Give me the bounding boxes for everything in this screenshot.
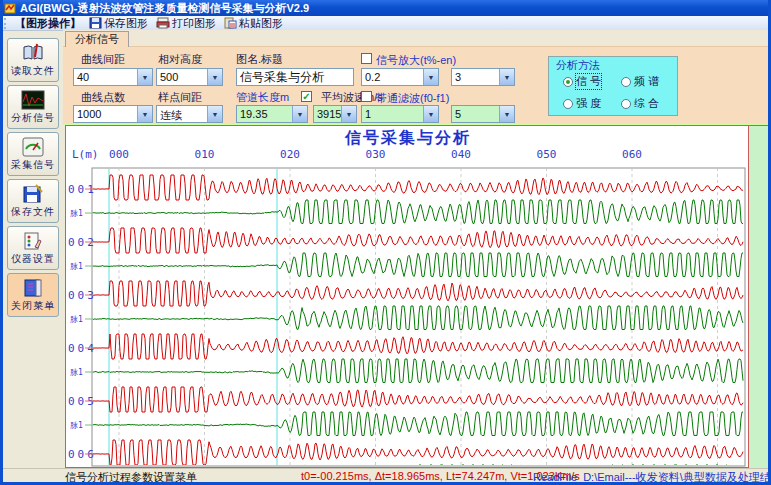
radio-icon	[621, 77, 631, 87]
sidebar-item-label: 读取文件	[11, 64, 55, 78]
window-title: AGI(BWG)-透射法波纹管注浆质量检测信号采集与分析V2.9	[20, 1, 309, 16]
sidebar-item-instrument-settings[interactable]: 仪器设置	[7, 226, 59, 270]
bandpass-f0-select[interactable]: 1 ▼	[361, 105, 439, 123]
svg-text:030: 030	[366, 148, 386, 161]
svg-text:000: 000	[109, 148, 129, 161]
pipe-length-checkbox[interactable]: ✓	[301, 91, 312, 102]
gauge-icon	[21, 137, 45, 157]
bandpass-label: 带通滤波(f0-f1)	[376, 91, 449, 106]
waveform-icon	[21, 90, 45, 110]
save-graphic-label: 保存图形	[104, 16, 148, 31]
method-radio-signal[interactable]: 信 号	[563, 74, 601, 89]
signal-gain-en-select[interactable]: 3 ▼	[451, 68, 515, 86]
svg-text:脉1: 脉1	[70, 421, 83, 430]
book-icon	[21, 43, 45, 63]
save-graphic-button[interactable]: 保存图形	[86, 16, 151, 30]
avg-velocity-label: 平均波速m/s	[321, 90, 383, 105]
print-graphic-label: 打印图形	[172, 16, 216, 31]
svg-text:脉1: 脉1	[70, 262, 83, 271]
sidebar: 读取文件 分析信号 采集信号 保存文件	[3, 31, 63, 481]
sidebar-item-analyze-signal[interactable]: 分析信号	[7, 85, 59, 129]
close-menu-icon	[21, 278, 45, 298]
print-icon	[156, 17, 170, 29]
toolbar-grip	[4, 18, 7, 29]
signal-gain-label: 信号放大(t%-en)	[376, 53, 456, 68]
pipe-length-select[interactable]: 19.35 ▼	[236, 105, 308, 123]
svg-text:脉1: 脉1	[70, 315, 83, 324]
title-bar[interactable]: AGI(BWG)-透射法波纹管注浆质量检测信号采集与分析V2.9	[0, 0, 771, 16]
sidebar-item-label: 分析信号	[11, 111, 55, 125]
app-window: AGI(BWG)-透射法波纹管注浆质量检测信号采集与分析V2.9 【图形操作】 …	[0, 0, 771, 485]
chevron-down-icon[interactable]: ▼	[137, 106, 152, 122]
curve-spacing-label: 曲线间距	[81, 52, 125, 67]
sidebar-item-close-menu[interactable]: 关闭菜单	[7, 273, 59, 317]
sidebar-item-read-file[interactable]: 读取文件	[7, 38, 59, 82]
chevron-down-icon[interactable]: ▼	[207, 106, 222, 122]
analysis-method-group: 分析方法 信 号 频 谱 强 度 综 合	[548, 56, 678, 116]
paste-graphic-label: 粘贴图形	[239, 16, 283, 31]
chevron-down-icon[interactable]: ▼	[341, 106, 356, 122]
pipe-length-label: 管道长度m	[236, 90, 289, 105]
radio-icon	[563, 77, 573, 87]
floppy-icon	[21, 184, 45, 204]
chevron-down-icon[interactable]: ▼	[292, 106, 307, 122]
chevron-down-icon[interactable]: ▼	[137, 69, 152, 85]
chevron-down-icon[interactable]: ▼	[207, 69, 222, 85]
signal-plot[interactable]: L(m)000010020030040050060001脉1002脉1003脉1…	[66, 146, 749, 468]
chart-title-label: 图名.标题	[236, 52, 283, 67]
save-icon	[89, 17, 102, 29]
analysis-method-title: 分析方法	[556, 58, 600, 73]
chevron-down-icon[interactable]: ▼	[423, 69, 438, 85]
sample-interval-select[interactable]: 连续 ▼	[156, 105, 223, 123]
tab-analyze-signal[interactable]: 分析信号	[65, 31, 129, 47]
relative-height-select[interactable]: 500 ▼	[156, 68, 223, 86]
curve-points-label: 曲线点数	[81, 90, 125, 105]
chevron-down-icon[interactable]: ▼	[499, 69, 514, 85]
svg-text:060: 060	[622, 148, 642, 161]
app-icon	[4, 2, 16, 14]
signal-gain-checkbox[interactable]	[361, 53, 372, 64]
instrument-icon	[21, 231, 45, 251]
bandpass-f1-select[interactable]: 5 ▼	[451, 105, 515, 123]
svg-text:脉1: 脉1	[70, 209, 83, 218]
paste-icon	[224, 17, 237, 29]
sidebar-item-save-file[interactable]: 保存文件	[7, 179, 59, 223]
sidebar-item-label: 采集信号	[11, 158, 55, 172]
curve-points-select[interactable]: 1000 ▼	[73, 105, 153, 123]
sidebar-item-label: 保存文件	[11, 205, 55, 219]
tab-strip: 分析信号	[63, 30, 771, 47]
svg-text:040: 040	[451, 148, 471, 161]
svg-text:020: 020	[280, 148, 300, 161]
radio-icon	[621, 99, 631, 109]
chevron-down-icon[interactable]: ▼	[499, 106, 514, 122]
curve-spacing-select[interactable]: 40 ▼	[73, 68, 153, 86]
method-radio-spectrum[interactable]: 频 谱	[621, 74, 659, 89]
control-panel: 分析信号 曲线间距 相对高度 图名.标题 信号放大(t%-en) 40 ▼ 50…	[63, 30, 771, 125]
method-radio-intensity[interactable]: 强 度	[563, 96, 601, 111]
relative-height-label: 相对高度	[158, 52, 202, 67]
chevron-down-icon[interactable]: ▼	[423, 106, 438, 122]
chart-side-strip	[749, 125, 771, 468]
sidebar-item-label: 关闭菜单	[11, 299, 55, 313]
svg-text:L(m): L(m)	[72, 148, 99, 161]
method-radio-composite[interactable]: 综 合	[621, 96, 659, 111]
toolbar: 【图形操作】 保存图形 打印图形 粘贴图形	[0, 16, 771, 31]
svg-text:010: 010	[195, 148, 215, 161]
chart-title-input[interactable]	[236, 68, 354, 86]
sample-interval-label: 样点间距	[158, 90, 202, 105]
svg-text:脉1: 脉1	[70, 368, 83, 377]
svg-text:050: 050	[537, 148, 557, 161]
bandpass-checkbox[interactable]	[361, 91, 372, 102]
chart-area: 信号采集与分析 L(m)000010020030040050060001脉100…	[65, 125, 749, 468]
avg-velocity-select[interactable]: 3915 ▼	[313, 105, 357, 123]
sidebar-item-label: 仪器设置	[11, 252, 55, 266]
status-bar: 信号分析过程参数设置菜单 t0=-00.215ms, Δt=18.965ms, …	[3, 468, 768, 482]
graphics-menu[interactable]: 【图形操作】	[12, 16, 84, 31]
sidebar-item-acquire-signal[interactable]: 采集信号	[7, 132, 59, 176]
paste-graphic-button[interactable]: 粘贴图形	[221, 16, 286, 30]
radio-icon	[563, 99, 573, 109]
print-graphic-button[interactable]: 打印图形	[153, 16, 219, 30]
signal-gain-t-select[interactable]: 0.2 ▼	[361, 68, 439, 86]
